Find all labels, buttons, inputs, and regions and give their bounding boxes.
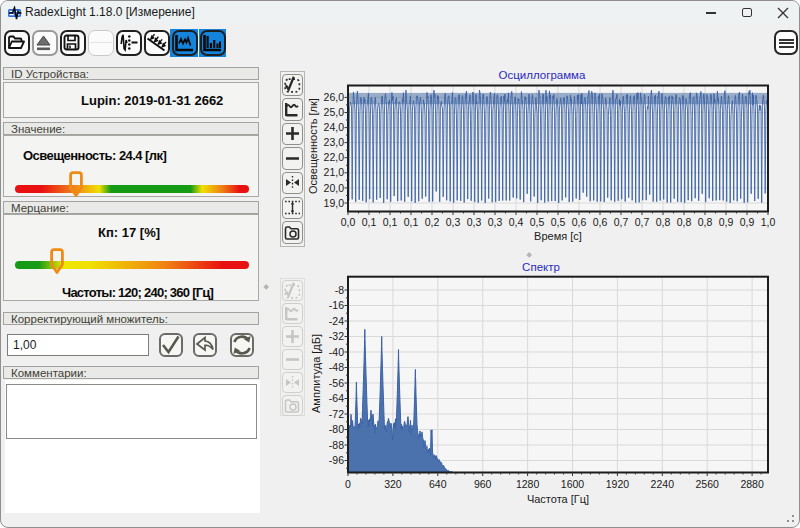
svg-text:19,0: 19,0	[324, 197, 345, 209]
svg-text:0,5: 0,5	[551, 216, 566, 228]
svg-text:1,0: 1,0	[761, 216, 776, 228]
svg-text:960: 960	[474, 478, 492, 490]
svg-text:-64: -64	[329, 392, 344, 404]
svg-text:0,7: 0,7	[614, 216, 629, 228]
svg-text:Спектр: Спектр	[522, 261, 560, 273]
svg-text:0: 0	[345, 478, 351, 490]
svg-text:1920: 1920	[606, 478, 630, 490]
svg-text:0,1: 0,1	[404, 216, 419, 228]
svg-text:23,0: 23,0	[324, 136, 345, 148]
svg-text:0,8: 0,8	[656, 216, 671, 228]
svg-text:Время [с]: Время [с]	[534, 230, 582, 242]
svg-text:2240: 2240	[651, 478, 675, 490]
svg-text:-40: -40	[329, 346, 344, 358]
svg-text:1600: 1600	[561, 478, 585, 490]
svg-text:0,9: 0,9	[740, 216, 755, 228]
svg-text:-88: -88	[329, 439, 344, 451]
svg-text:0,6: 0,6	[593, 216, 608, 228]
svg-text:-72: -72	[329, 408, 344, 420]
svg-text:0,3: 0,3	[446, 216, 461, 228]
svg-text:0,3: 0,3	[467, 216, 482, 228]
svg-text:640: 640	[429, 478, 447, 490]
svg-text:0,7: 0,7	[635, 216, 650, 228]
svg-text:2880: 2880	[740, 478, 764, 490]
svg-text:0,1: 0,1	[362, 216, 377, 228]
svg-text:-80: -80	[329, 423, 344, 435]
svg-text:0,1: 0,1	[383, 216, 398, 228]
svg-text:20,0: 20,0	[324, 182, 345, 194]
svg-text:22,0: 22,0	[324, 151, 345, 163]
svg-text:320: 320	[384, 478, 402, 490]
svg-text:0,5: 0,5	[530, 216, 545, 228]
svg-text:-32: -32	[329, 330, 344, 342]
svg-text:25,0: 25,0	[324, 106, 345, 118]
svg-text:-16: -16	[329, 299, 344, 311]
svg-text:26,0: 26,0	[324, 91, 345, 103]
svg-text:21,0: 21,0	[324, 166, 345, 178]
svg-text:0,0: 0,0	[341, 216, 356, 228]
svg-text:-24: -24	[329, 315, 344, 327]
svg-text:24,0: 24,0	[324, 121, 345, 133]
svg-text:Освещенность [лк]: Освещенность [лк]	[307, 98, 319, 194]
svg-text:-96: -96	[329, 454, 344, 466]
svg-text:1280: 1280	[516, 478, 540, 490]
svg-text:0,3: 0,3	[488, 216, 503, 228]
svg-text:-48: -48	[329, 361, 344, 373]
svg-text:Амплитуда [дБ]: Амплитуда [дБ]	[310, 334, 322, 413]
svg-text:Частота [Гц]: Частота [Гц]	[527, 493, 589, 505]
svg-text:Осциллограмма: Осциллограмма	[499, 69, 586, 81]
svg-text:0,8: 0,8	[677, 216, 692, 228]
svg-text:0,6: 0,6	[572, 216, 587, 228]
svg-text:2560: 2560	[696, 478, 720, 490]
svg-text:0,2: 0,2	[425, 216, 440, 228]
svg-text:0,4: 0,4	[509, 216, 524, 228]
svg-text:-8: -8	[335, 284, 344, 296]
svg-text:0,8: 0,8	[698, 216, 713, 228]
svg-text:-56: -56	[329, 377, 344, 389]
svg-text:0,9: 0,9	[719, 216, 734, 228]
